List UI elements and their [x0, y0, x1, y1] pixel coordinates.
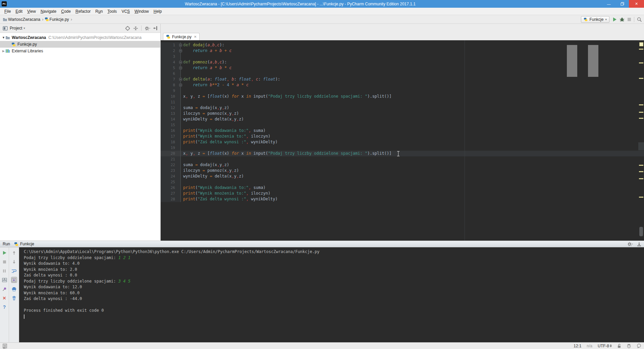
- run-configuration-select[interactable]: Funkcje ▾: [581, 16, 609, 23]
- fold-marker-icon[interactable]: [179, 44, 182, 47]
- chevron-down-icon[interactable]: ▾: [23, 27, 25, 30]
- code-line-19[interactable]: 19: [161, 145, 644, 151]
- code-line-23[interactable]: 23iloczyn = pomnoz(x,y,z): [161, 168, 644, 173]
- python-file-icon: [584, 17, 588, 21]
- code-line-10[interactable]: 10x, y, z = [float(x) for x in input("Po…: [161, 94, 644, 99]
- editor-error-stripe[interactable]: [638, 40, 644, 241]
- warning-stripe-mark: [639, 104, 643, 105]
- menu-item-file[interactable]: File: [2, 8, 13, 14]
- menu-item-view[interactable]: View: [25, 8, 38, 14]
- close-panel-icon[interactable]: ✕: [1, 295, 7, 301]
- code-line-25[interactable]: 25: [161, 179, 644, 185]
- breadcrumb-file[interactable]: Funkcje.py: [50, 17, 69, 22]
- line-number: 16: [161, 128, 181, 134]
- code-line-21[interactable]: 21: [161, 156, 644, 162]
- run-config-tab-label[interactable]: Funkcje: [20, 242, 34, 246]
- menu-item-code[interactable]: Code: [59, 8, 73, 14]
- stripe-band: [638, 142, 644, 150]
- hector-inspections-icon[interactable]: [627, 344, 631, 348]
- collapse-arrow-icon[interactable]: ▶: [2, 49, 5, 53]
- run-console-output[interactable]: C:\Users\Admin\AppData\Local\Programs\Py…: [19, 247, 644, 342]
- code-line-27[interactable]: 27print("Wynik mnożenia to:", iloczyn): [161, 191, 644, 196]
- stop-button-disabled: [1, 259, 7, 265]
- menu-item-edit[interactable]: Edit: [13, 8, 25, 14]
- title-bar: PC WartoscZwracana - [C:\Users\Admin\Pyc…: [0, 0, 644, 8]
- menu-item-help[interactable]: Help: [151, 8, 164, 14]
- encoding-widget[interactable]: UTF-8: [598, 344, 612, 348]
- code-line-17[interactable]: 17print("Wynik mnożenia to:", iloczyn): [161, 134, 644, 139]
- gear-icon[interactable]: [627, 242, 633, 247]
- restore-button[interactable]: [615, 0, 629, 8]
- hide-panel-icon[interactable]: [637, 242, 641, 246]
- line-number: 20: [161, 151, 181, 156]
- run-panel-title[interactable]: Run: [3, 242, 10, 246]
- project-panel-title[interactable]: Project: [10, 26, 22, 31]
- menu-item-refactor[interactable]: Refactor: [73, 8, 93, 14]
- python-file-icon: [166, 35, 170, 39]
- project-root-name: WartoscZwracana: [12, 35, 46, 40]
- print-icon[interactable]: [11, 286, 17, 292]
- code-line-11[interactable]: 11: [161, 99, 644, 105]
- soft-wrap-icon[interactable]: [11, 268, 17, 274]
- code-line-28[interactable]: 28print("Zaś delta wynosi :", wynikDelty…: [161, 196, 644, 202]
- search-everywhere-icon[interactable]: [637, 17, 642, 22]
- fold-marker-icon[interactable]: [179, 61, 182, 64]
- editor-tab-strip: Funkcje.py ✕: [161, 24, 644, 40]
- clear-console-icon[interactable]: [11, 295, 17, 301]
- code-line-20[interactable]: 20x, y, z = [float(x) for x in input("Po…: [161, 151, 644, 156]
- pin-tab-icon[interactable]: [1, 286, 7, 292]
- fold-marker-icon[interactable]: [179, 49, 182, 52]
- fold-marker-icon[interactable]: [179, 66, 182, 69]
- scroll-to-end-icon[interactable]: [11, 277, 17, 283]
- code-line-13[interactable]: 13iloczyn = pomnoz(x,y,z): [161, 111, 644, 116]
- warning-stripe-mark: [639, 178, 643, 179]
- close-button[interactable]: ✕: [629, 0, 644, 8]
- code-line-14[interactable]: 14wynikDelty = delta(x,y,z): [161, 116, 644, 122]
- code-line-15[interactable]: 15: [161, 122, 644, 128]
- show-running-list-icon[interactable]: [1, 277, 7, 283]
- code-line-12[interactable]: 12suma = dodaj(x,y,z): [161, 105, 644, 111]
- help-icon[interactable]: ?: [1, 304, 7, 310]
- project-tree: ▼ WartoscZwracana C:\Users\Admin\Pycharm…: [0, 33, 160, 54]
- fold-marker-icon[interactable]: [179, 84, 182, 87]
- code-line-18[interactable]: 18print("Zaś delta wynosi :", wynikDelty…: [161, 139, 644, 145]
- minimize-button[interactable]: —: [602, 0, 615, 8]
- menu-item-tools[interactable]: Tools: [105, 8, 119, 14]
- run-panel-body: ✕ ? C:\Users\Admin\AppData\Local\Program…: [0, 247, 644, 342]
- code-line-16[interactable]: 16print("Wynik dodawania to:", suma): [161, 128, 644, 134]
- locate-file-icon[interactable]: [125, 26, 130, 31]
- right-margin-guide: [465, 40, 465, 241]
- fold-marker-icon[interactable]: [179, 78, 182, 81]
- debug-button[interactable]: [620, 17, 625, 22]
- breadcrumb-project[interactable]: WartoscZwracana: [8, 17, 40, 22]
- scrollbar-thumb[interactable]: [639, 227, 643, 236]
- caret-position-widget[interactable]: 12:1: [574, 344, 581, 348]
- code-line-7[interactable]: 7def delta(a: float, b: float, c: float)…: [161, 77, 644, 82]
- tree-row-funkcje-py[interactable]: Funkcje.py: [0, 41, 160, 48]
- collapse-all-icon[interactable]: [133, 26, 138, 31]
- run-button[interactable]: [612, 17, 617, 22]
- toolwindow-toggle-icon[interactable]: [3, 344, 8, 348]
- gear-icon[interactable]: [145, 26, 150, 31]
- editor-tab-funkcje[interactable]: Funkcje.py ✕: [163, 33, 200, 40]
- menu-item-navigate[interactable]: Navigate: [38, 8, 59, 14]
- menu-item-run[interactable]: Run: [93, 8, 105, 14]
- hide-panel-icon[interactable]: [153, 26, 158, 31]
- event-log-bubble-icon[interactable]: [637, 344, 641, 348]
- close-tab-icon[interactable]: ✕: [194, 35, 197, 39]
- unlock-icon[interactable]: [617, 344, 621, 348]
- redacted-block: [588, 45, 598, 77]
- tree-row-project-root[interactable]: ▼ WartoscZwracana C:\Users\Admin\Pycharm…: [0, 34, 160, 41]
- code-line-22[interactable]: 22suma = dodaj(x,y,z): [161, 162, 644, 168]
- expand-arrow-icon[interactable]: ▼: [2, 36, 5, 39]
- menu-item-vcs[interactable]: VCS: [119, 8, 132, 14]
- code-editor[interactable]: 1def dodaj(a,b,c):2 return a + b + c34de…: [161, 40, 644, 241]
- code-line-8[interactable]: 8 return b**2 - 4 * a * c: [161, 82, 644, 88]
- code-line-26[interactable]: 26print("Wynik dodawania to:", suma): [161, 185, 644, 191]
- code-line-24[interactable]: 24wynikDelty = delta(x,y,z): [161, 173, 644, 179]
- tab-label: Funkcje.py: [172, 35, 192, 39]
- code-line-9[interactable]: 9: [161, 88, 644, 94]
- menu-item-window[interactable]: Window: [132, 8, 151, 14]
- tree-row-external-libraries[interactable]: ▶ External Libraries: [0, 48, 160, 54]
- rerun-button[interactable]: [1, 250, 7, 256]
